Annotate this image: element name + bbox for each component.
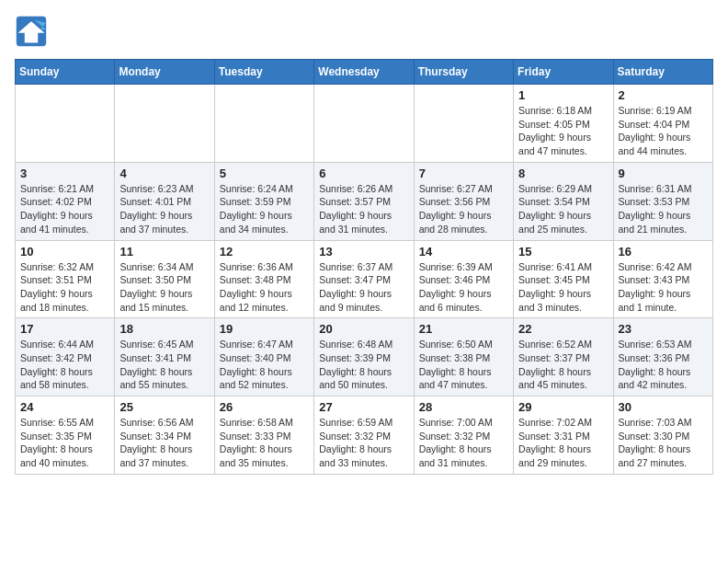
calendar-cell: 1Sunrise: 6:18 AM Sunset: 4:05 PM Daylig… [514, 85, 613, 163]
day-number: 29 [518, 400, 608, 414]
day-number: 15 [518, 245, 608, 259]
day-number: 13 [319, 245, 408, 259]
calendar-cell: 10Sunrise: 6:32 AM Sunset: 3:51 PM Dayli… [16, 240, 115, 318]
calendar-cell: 12Sunrise: 6:36 AM Sunset: 3:48 PM Dayli… [214, 240, 313, 318]
calendar-week-row: 1Sunrise: 6:18 AM Sunset: 4:05 PM Daylig… [16, 85, 713, 163]
calendar-cell: 14Sunrise: 6:39 AM Sunset: 3:46 PM Dayli… [414, 240, 513, 318]
calendar-cell: 15Sunrise: 6:41 AM Sunset: 3:45 PM Dayli… [514, 240, 613, 318]
weekday-header-row: SundayMondayTuesdayWednesdayThursdayFrid… [16, 60, 713, 85]
page-header [15, 15, 713, 48]
day-number: 30 [619, 400, 708, 414]
calendar-cell [16, 85, 115, 163]
day-number: 16 [619, 245, 708, 259]
day-info: Sunrise: 6:41 AM Sunset: 3:45 PM Dayligh… [518, 260, 608, 315]
weekday-header: Sunday [16, 60, 115, 85]
calendar-cell: 26Sunrise: 6:58 AM Sunset: 3:33 PM Dayli… [214, 396, 313, 475]
day-info: Sunrise: 6:45 AM Sunset: 3:41 PM Dayligh… [119, 338, 209, 392]
day-number: 5 [220, 167, 309, 180]
calendar-cell: 23Sunrise: 6:53 AM Sunset: 3:36 PM Dayli… [613, 318, 712, 396]
calendar-table: SundayMondayTuesdayWednesdayThursdayFrid… [15, 59, 713, 475]
calendar-cell: 6Sunrise: 6:26 AM Sunset: 3:57 PM Daylig… [314, 162, 414, 240]
weekday-header: Wednesday [314, 60, 414, 85]
day-info: Sunrise: 6:59 AM Sunset: 3:32 PM Dayligh… [319, 416, 408, 470]
weekday-header: Friday [514, 60, 613, 85]
calendar-cell: 7Sunrise: 6:27 AM Sunset: 3:56 PM Daylig… [414, 162, 513, 240]
day-number: 10 [20, 245, 109, 259]
day-info: Sunrise: 6:44 AM Sunset: 3:42 PM Dayligh… [20, 338, 109, 392]
day-number: 17 [20, 322, 109, 336]
calendar-cell: 2Sunrise: 6:19 AM Sunset: 4:04 PM Daylig… [613, 85, 712, 163]
calendar-week-row: 24Sunrise: 6:55 AM Sunset: 3:35 PM Dayli… [16, 396, 713, 475]
calendar-cell: 3Sunrise: 6:21 AM Sunset: 4:02 PM Daylig… [16, 162, 115, 240]
calendar-cell: 8Sunrise: 6:29 AM Sunset: 3:54 PM Daylig… [514, 162, 613, 240]
logo [15, 15, 51, 48]
day-number: 22 [518, 322, 608, 336]
day-number: 19 [220, 322, 309, 336]
day-number: 4 [119, 167, 209, 180]
day-info: Sunrise: 6:34 AM Sunset: 3:50 PM Dayligh… [119, 260, 209, 315]
calendar-cell: 27Sunrise: 6:59 AM Sunset: 3:32 PM Dayli… [314, 396, 414, 475]
calendar-cell: 21Sunrise: 6:50 AM Sunset: 3:38 PM Dayli… [414, 318, 513, 396]
day-info: Sunrise: 6:47 AM Sunset: 3:40 PM Dayligh… [220, 338, 309, 392]
day-info: Sunrise: 7:03 AM Sunset: 3:30 PM Dayligh… [619, 416, 708, 470]
day-info: Sunrise: 6:31 AM Sunset: 3:53 PM Dayligh… [619, 182, 708, 236]
day-info: Sunrise: 6:29 AM Sunset: 3:54 PM Dayligh… [518, 182, 608, 236]
day-number: 18 [119, 322, 209, 336]
calendar-cell: 29Sunrise: 7:02 AM Sunset: 3:31 PM Dayli… [514, 396, 613, 475]
calendar-cell: 16Sunrise: 6:42 AM Sunset: 3:43 PM Dayli… [613, 240, 712, 318]
day-number: 3 [20, 167, 109, 180]
day-number: 7 [419, 167, 508, 180]
day-info: Sunrise: 6:52 AM Sunset: 3:37 PM Dayligh… [518, 338, 608, 392]
day-info: Sunrise: 6:58 AM Sunset: 3:33 PM Dayligh… [220, 416, 309, 470]
calendar-cell: 5Sunrise: 6:24 AM Sunset: 3:59 PM Daylig… [214, 162, 313, 240]
day-number: 23 [619, 322, 708, 336]
day-info: Sunrise: 6:37 AM Sunset: 3:47 PM Dayligh… [319, 260, 408, 315]
day-number: 28 [419, 400, 508, 414]
day-number: 12 [220, 245, 309, 259]
calendar-cell: 11Sunrise: 6:34 AM Sunset: 3:50 PM Dayli… [115, 240, 214, 318]
day-number: 26 [220, 400, 309, 414]
calendar-cell: 4Sunrise: 6:23 AM Sunset: 4:01 PM Daylig… [115, 162, 214, 240]
calendar-cell: 17Sunrise: 6:44 AM Sunset: 3:42 PM Dayli… [16, 318, 115, 396]
day-number: 14 [419, 245, 508, 259]
calendar-cell: 22Sunrise: 6:52 AM Sunset: 3:37 PM Dayli… [514, 318, 613, 396]
day-info: Sunrise: 6:18 AM Sunset: 4:05 PM Dayligh… [518, 104, 608, 158]
day-number: 25 [119, 400, 209, 414]
day-info: Sunrise: 6:55 AM Sunset: 3:35 PM Dayligh… [20, 416, 109, 470]
day-info: Sunrise: 6:24 AM Sunset: 3:59 PM Dayligh… [220, 182, 309, 236]
calendar-cell: 9Sunrise: 6:31 AM Sunset: 3:53 PM Daylig… [613, 162, 712, 240]
calendar-cell: 24Sunrise: 6:55 AM Sunset: 3:35 PM Dayli… [16, 396, 115, 475]
calendar-cell [115, 85, 214, 163]
calendar-cell: 30Sunrise: 7:03 AM Sunset: 3:30 PM Dayli… [613, 396, 712, 475]
weekday-header: Monday [115, 60, 214, 85]
day-info: Sunrise: 6:19 AM Sunset: 4:04 PM Dayligh… [619, 104, 708, 158]
day-info: Sunrise: 6:32 AM Sunset: 3:51 PM Dayligh… [20, 260, 109, 315]
day-number: 2 [619, 88, 708, 102]
day-number: 21 [419, 322, 508, 336]
weekday-header: Saturday [613, 60, 712, 85]
day-number: 8 [518, 167, 608, 180]
day-info: Sunrise: 7:02 AM Sunset: 3:31 PM Dayligh… [518, 416, 608, 470]
day-number: 20 [319, 322, 408, 336]
day-info: Sunrise: 7:00 AM Sunset: 3:32 PM Dayligh… [419, 416, 508, 470]
calendar-cell [414, 85, 513, 163]
day-number: 11 [119, 245, 209, 259]
calendar-cell: 19Sunrise: 6:47 AM Sunset: 3:40 PM Dayli… [214, 318, 313, 396]
day-info: Sunrise: 6:27 AM Sunset: 3:56 PM Dayligh… [419, 182, 508, 236]
logo-icon [15, 15, 48, 48]
day-info: Sunrise: 6:56 AM Sunset: 3:34 PM Dayligh… [119, 416, 209, 470]
weekday-header: Thursday [414, 60, 513, 85]
day-info: Sunrise: 6:53 AM Sunset: 3:36 PM Dayligh… [619, 338, 708, 392]
day-info: Sunrise: 6:26 AM Sunset: 3:57 PM Dayligh… [319, 182, 408, 236]
day-info: Sunrise: 6:50 AM Sunset: 3:38 PM Dayligh… [419, 338, 508, 392]
day-info: Sunrise: 6:48 AM Sunset: 3:39 PM Dayligh… [319, 338, 408, 392]
day-info: Sunrise: 6:21 AM Sunset: 4:02 PM Dayligh… [20, 182, 109, 236]
day-number: 9 [619, 167, 708, 180]
calendar-cell: 28Sunrise: 7:00 AM Sunset: 3:32 PM Dayli… [414, 396, 513, 475]
day-info: Sunrise: 6:42 AM Sunset: 3:43 PM Dayligh… [619, 260, 708, 315]
calendar-cell [314, 85, 414, 163]
calendar-cell: 25Sunrise: 6:56 AM Sunset: 3:34 PM Dayli… [115, 396, 214, 475]
day-info: Sunrise: 6:36 AM Sunset: 3:48 PM Dayligh… [220, 260, 309, 315]
day-number: 6 [319, 167, 408, 180]
day-number: 27 [319, 400, 408, 414]
